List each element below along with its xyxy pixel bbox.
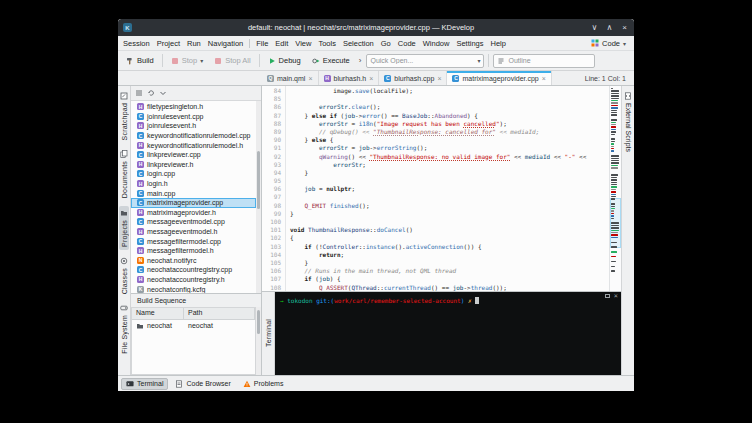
line-number: 89	[262, 128, 281, 136]
tab-blurhash-cpp[interactable]: Cblurhash.cpp×	[379, 71, 447, 85]
dock-tab-file-system[interactable]: File System	[119, 301, 129, 357]
execute-button[interactable]: Execute	[308, 54, 354, 67]
dock-tab-external-scripts[interactable]: External Scripts	[623, 89, 633, 155]
project-file-messageeventmodel-cpp[interactable]: Cmessageeventmodel.cpp	[131, 217, 256, 227]
minimap-mark	[611, 150, 614, 151]
build-sequence-panel: Build Sequence NamePath neochatneochat	[131, 293, 261, 375]
terminal[interactable]: → tokodon git:(work/carl/remember-select…	[275, 292, 621, 375]
statusbar-problems-button[interactable]: Problems	[238, 378, 289, 390]
project-file-neochatconfig-kcfg[interactable]: Kneochatconfig.kcfg	[131, 284, 256, 293]
dock-tab-scratchpad[interactable]: Scratchpad	[119, 89, 129, 143]
project-file-keywordnotificationrulemodel-h[interactable]: Hkeywordnotificationrulemodel.h	[131, 140, 256, 150]
detach-icon[interactable]	[605, 294, 610, 298]
grid-icon	[591, 39, 599, 47]
build-sequence-row[interactable]: neochatneochat	[132, 320, 255, 331]
project-file-matriximageprovider-cpp[interactable]: Cmatriximageprovider.cpp	[131, 198, 256, 208]
debug-button[interactable]: Debug	[264, 54, 305, 67]
minimap[interactable]	[609, 86, 621, 291]
project-file-filetypesingleton-h[interactable]: Hfiletypesingleton.h	[131, 102, 256, 112]
close-icon[interactable]: ×	[369, 75, 373, 82]
dock-tab-documents[interactable]: Documents	[119, 147, 129, 201]
project-file-keywordnotificationrulemodel-cpp[interactable]: Ckeywordnotificationrulemodel.cpp	[131, 131, 256, 141]
project-file-messagefiltermodel-cpp[interactable]: Cmessagefiltermodel.cpp	[131, 236, 256, 246]
minimap-mark	[611, 155, 619, 156]
project-file-login-h[interactable]: Hlogin.h	[131, 179, 256, 189]
project-file-neochataccountregistry-cpp[interactable]: Cneochataccountregistry.cpp	[131, 265, 256, 275]
toolbar-separator	[259, 54, 260, 67]
code-line	[290, 177, 609, 185]
outline-input[interactable]: Outline	[493, 54, 595, 68]
minimap-mark	[611, 165, 618, 166]
stop-button[interactable]: Stop ▾	[167, 54, 207, 67]
menu-run[interactable]: Run	[187, 39, 201, 48]
menu-session[interactable]: Session	[123, 39, 150, 48]
menubar-session-group: SessionProjectRunNavigation	[123, 39, 243, 48]
project-file-messageeventmodel-h[interactable]: Hmessageeventmodel.h	[131, 227, 256, 237]
close-icon[interactable]: ×	[437, 75, 441, 82]
project-file-main-cpp[interactable]: Cmain.cpp	[131, 188, 256, 198]
close-button[interactable]: ×	[620, 23, 629, 32]
tree-scrollbar-thumb[interactable]	[257, 151, 260, 209]
menu-project[interactable]: Project	[157, 39, 180, 48]
menu-file[interactable]: File	[256, 39, 268, 48]
filetype-cpp-icon: C	[137, 132, 144, 139]
statusbar-terminal-button[interactable]: Terminal	[121, 378, 168, 390]
project-file-neochat-notifyrc[interactable]: Nneochat.notifyrc	[131, 256, 256, 266]
sync-icon[interactable]	[147, 89, 155, 97]
maximize-button[interactable]: ∧	[605, 23, 614, 32]
tab-blurhash-h[interactable]: Hblurhash.h×	[319, 71, 380, 85]
build-sequence-scrollbar-thumb[interactable]	[257, 310, 260, 334]
menu-navigation[interactable]: Navigation	[208, 39, 243, 48]
menu-selection[interactable]: Selection	[343, 39, 374, 48]
close-icon[interactable]: ×	[542, 75, 546, 82]
minimap-mark	[611, 100, 618, 101]
menu-settings[interactable]: Settings	[456, 39, 483, 48]
left-dock-strip: ScratchpadDocumentsProjectsClassesFile S…	[118, 86, 131, 375]
project-file-joinrulesevent-h[interactable]: Hjoinrulesevent.h	[131, 121, 256, 131]
area-switcher-button[interactable]: Code ▾	[588, 38, 629, 49]
menu-window[interactable]: Window	[423, 39, 450, 48]
file-name: messagefiltermodel.h	[147, 247, 214, 254]
line-numbers[interactable]: 8485868788899091929394959697989910010110…	[262, 86, 286, 291]
column-header-path[interactable]: Path	[184, 308, 255, 319]
column-header-name[interactable]: Name	[132, 308, 184, 319]
project-file-tree[interactable]: Hfiletypesingleton.hCjoinrulesevent.cppH…	[131, 101, 256, 293]
code-editor[interactable]: 8485868788899091929394959697989910010110…	[262, 86, 621, 291]
terminal-panel-handle[interactable]: Terminal	[262, 292, 275, 375]
project-file-linkpreviewer-cpp[interactable]: Clinkpreviewer.cpp	[131, 150, 256, 160]
code-line: // qDebug() << "ThumbnailResponse: cance…	[290, 128, 609, 136]
project-file-linkpreviewer-h[interactable]: Hlinkpreviewer.h	[131, 160, 256, 170]
project-file-login-cpp[interactable]: Clogin.cpp	[131, 169, 256, 179]
code-area[interactable]: image.save(localFile); errorStr.clear();…	[286, 86, 609, 291]
menu-edit[interactable]: Edit	[275, 39, 288, 48]
menu-view[interactable]: View	[295, 39, 311, 48]
tab-main-qml[interactable]: Qmain.qml×	[262, 71, 319, 85]
project-file-matriximageprovider-h[interactable]: Hmatriximageprovider.h	[131, 208, 256, 218]
main-toolbar: Build Stop ▾ Stop All Debug Execute › Qu…	[118, 51, 634, 71]
project-file-neochataccountregistry-h[interactable]: Hneochataccountregistry.h	[131, 275, 256, 285]
menu-go[interactable]: Go	[381, 39, 391, 48]
quick-open-input[interactable]: Quick Open... ▾	[366, 54, 484, 68]
dock-tab-projects[interactable]: Projects	[119, 206, 129, 250]
build-sequence-rows[interactable]: neochatneochat	[132, 320, 255, 331]
menu-icon[interactable]	[135, 89, 143, 97]
chevron-down-icon: ▾	[477, 57, 480, 64]
stop-all-button[interactable]: Stop All	[210, 54, 254, 67]
close-icon[interactable]: ×	[308, 75, 312, 82]
titlebar[interactable]: K default: neochat | neochat/src/matrixi…	[118, 19, 634, 36]
project-file-joinrulesevent-cpp[interactable]: Cjoinrulesevent.cpp	[131, 112, 256, 122]
menu-code[interactable]: Code	[398, 39, 416, 48]
statusbar-code-browser-button[interactable]: Code Browser	[170, 378, 235, 390]
toolbar-expander-icon[interactable]: ›	[357, 56, 364, 65]
build-sequence-scrollbar[interactable]	[256, 307, 261, 375]
build-button[interactable]: Build	[122, 54, 158, 67]
menu-tools[interactable]: Tools	[318, 39, 336, 48]
close-terminal-icon[interactable]: ×	[614, 293, 618, 299]
collapse-icon[interactable]	[159, 89, 167, 97]
dock-tab-classes[interactable]: Classes	[119, 254, 129, 297]
minimize-button[interactable]: ∨	[590, 23, 599, 32]
project-file-messagefiltermodel-h[interactable]: Hmessagefiltermodel.h	[131, 246, 256, 256]
tab-matriximageprovider-cpp[interactable]: Cmatriximageprovider.cpp×	[447, 71, 551, 85]
tree-scrollbar[interactable]	[256, 101, 261, 293]
menu-help[interactable]: Help	[491, 39, 506, 48]
